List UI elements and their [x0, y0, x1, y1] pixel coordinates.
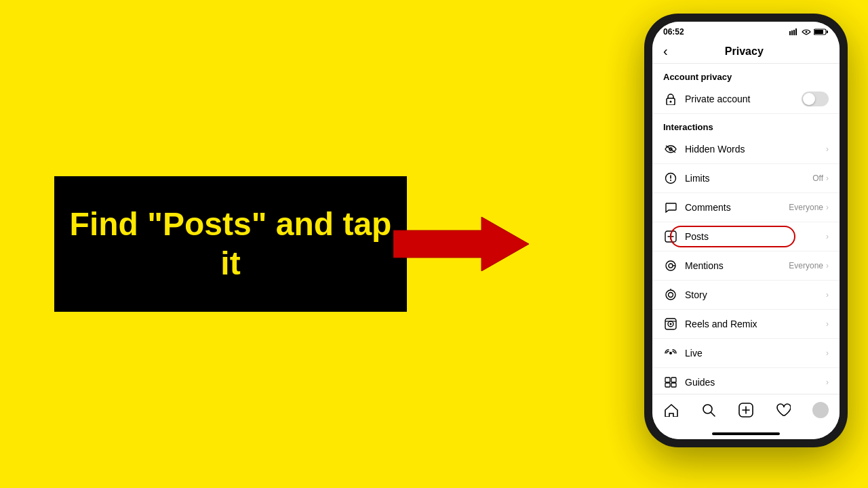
comments-icon — [663, 200, 678, 215]
svg-point-5 — [806, 31, 808, 33]
home-indicator — [712, 432, 780, 435]
phone-outer: 06:52 ‹ Privacy Account privacy — [644, 14, 848, 447]
story-item[interactable]: Story › — [652, 281, 840, 310]
settings-content: Account privacy Private account Interact… — [652, 64, 840, 394]
svg-rect-4 — [795, 28, 797, 35]
posts-chevron: › — [826, 232, 829, 241]
back-button[interactable]: ‹ — [663, 43, 668, 59]
lock-icon — [663, 92, 678, 106]
live-icon — [663, 346, 678, 361]
comments-label: Comments — [685, 202, 789, 213]
bottom-nav — [652, 394, 840, 428]
posts-label: Posts — [685, 231, 826, 242]
comments-chevron: › — [826, 203, 829, 212]
reels-label: Reels and Remix — [685, 319, 826, 329]
profile-nav-icon[interactable] — [807, 400, 834, 420]
profile-avatar — [812, 402, 829, 418]
guides-label: Guides — [685, 377, 826, 388]
live-label: Live — [685, 348, 826, 359]
limits-item[interactable]: Limits Off › — [652, 164, 840, 193]
svg-point-22 — [666, 290, 675, 300]
private-account-toggle[interactable] — [802, 92, 829, 106]
guides-icon — [663, 375, 678, 390]
mentions-value: Everyone — [789, 261, 823, 270]
svg-point-15 — [670, 180, 671, 181]
svg-line-37 — [711, 413, 715, 417]
guides-chevron: › — [826, 378, 829, 387]
svg-rect-7 — [814, 30, 823, 34]
status-bar: 06:52 — [652, 22, 840, 39]
mentions-label: Mentions — [685, 260, 789, 271]
phone-screen: 06:52 ‹ Privacy Account privacy — [652, 22, 840, 439]
svg-rect-31 — [671, 378, 676, 382]
home-nav-icon[interactable] — [658, 400, 685, 420]
svg-point-29 — [669, 352, 672, 354]
svg-point-20 — [669, 264, 673, 268]
toggle-knob — [803, 93, 815, 105]
svg-rect-3 — [793, 30, 795, 35]
svg-point-27 — [670, 323, 672, 325]
section-header-interactions: Interactions — [652, 114, 840, 135]
limits-value: Off — [812, 174, 823, 183]
posts-icon — [663, 229, 678, 244]
reels-icon — [663, 317, 678, 331]
svg-rect-2 — [791, 30, 793, 35]
mentions-item[interactable]: Mentions Everyone › — [652, 251, 840, 281]
svg-rect-8 — [827, 30, 828, 33]
mentions-chevron: › — [826, 261, 829, 270]
arrow-container — [393, 217, 529, 271]
comments-item[interactable]: Comments Everyone › — [652, 193, 840, 222]
svg-rect-32 — [665, 383, 670, 387]
search-nav-icon[interactable] — [695, 400, 722, 420]
private-account-item[interactable]: Private account — [652, 85, 840, 114]
mentions-icon — [663, 258, 678, 273]
phone-mockup: 06:52 ‹ Privacy Account privacy — [644, 14, 848, 474]
section-header-account-privacy: Account privacy — [652, 64, 840, 85]
limits-label: Limits — [685, 173, 812, 184]
live-chevron: › — [826, 348, 829, 358]
hidden-words-icon — [663, 142, 678, 157]
heart-nav-icon[interactable] — [770, 400, 797, 420]
svg-marker-0 — [393, 217, 529, 271]
limits-icon — [663, 171, 678, 186]
reels-item[interactable]: Reels and Remix › — [652, 310, 840, 339]
svg-rect-30 — [665, 378, 670, 382]
status-time: 06:52 — [663, 27, 684, 37]
instruction-text: Find "Posts" and tap it — [68, 205, 393, 283]
private-account-label: Private account — [685, 94, 802, 104]
hidden-words-item[interactable]: Hidden Words › — [652, 135, 840, 164]
hidden-words-label: Hidden Words — [685, 144, 826, 155]
reels-chevron: › — [826, 319, 829, 329]
instruction-box: Find "Posts" and tap it — [54, 176, 407, 312]
svg-rect-1 — [789, 31, 791, 35]
nav-bar: ‹ Privacy — [652, 39, 840, 64]
status-icons — [789, 28, 829, 35]
story-label: Story — [685, 289, 826, 300]
comments-value: Everyone — [789, 203, 823, 212]
svg-rect-33 — [671, 383, 676, 387]
page-title: Privacy — [673, 45, 829, 58]
live-item[interactable]: Live › — [652, 339, 840, 368]
guides-item[interactable]: Guides › — [652, 368, 840, 394]
story-icon — [663, 287, 678, 302]
hidden-words-chevron: › — [826, 144, 829, 154]
add-nav-icon[interactable] — [732, 400, 760, 420]
story-chevron: › — [826, 290, 829, 300]
limits-chevron: › — [826, 174, 829, 183]
svg-point-23 — [669, 293, 673, 298]
svg-point-10 — [670, 101, 672, 103]
arrow-icon — [393, 217, 529, 271]
posts-item[interactable]: Posts › — [652, 222, 840, 251]
